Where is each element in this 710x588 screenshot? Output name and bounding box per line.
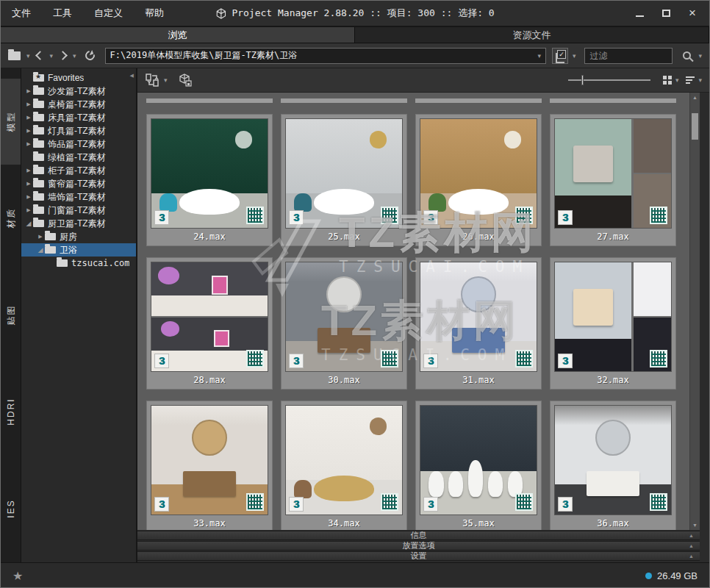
tree-collapsed-arrow-icon[interactable]: ▶ (24, 168, 33, 173)
path-dropdown-caret[interactable]: ▾ (533, 52, 545, 60)
tree-collapsed-arrow-icon[interactable]: ▶ (24, 207, 33, 213)
refresh-icon[interactable] (83, 49, 96, 62)
subfolders-dropdown-caret[interactable]: ▾ (571, 52, 578, 60)
favorite-star-icon[interactable]: ★ (12, 569, 23, 583)
asset-card[interactable]: 333.max (146, 401, 273, 530)
filter-field[interactable] (584, 48, 673, 64)
rollup-collapse-icon[interactable]: ▲ (689, 533, 694, 538)
asset-card[interactable]: 326.max (415, 114, 542, 246)
asset-card[interactable]: 328.max (146, 257, 273, 390)
rollup-bar-放置选项[interactable]: 放置选项▲ (137, 541, 700, 551)
tree-item[interactable]: ◢卫浴 (21, 243, 136, 257)
menu-item[interactable]: 自定义 (83, 1, 134, 26)
thumb-art (634, 119, 671, 173)
tree-collapsed-arrow-icon[interactable]: ▶ (24, 101, 33, 107)
path-input[interactable] (106, 51, 534, 61)
sort-dropdown-caret[interactable]: ▾ (697, 76, 703, 84)
tree-collapsed-arrow-icon[interactable]: ▶ (24, 115, 33, 121)
asset-card[interactable]: 330.max (281, 257, 407, 390)
asset-card[interactable]: 334.max (281, 401, 407, 530)
asset-card[interactable]: 325.max (281, 114, 407, 246)
tree-item[interactable]: ▶窗帘篇-TZ素材 (21, 177, 136, 190)
tree-collapsed-arrow-icon[interactable]: ▶ (24, 88, 33, 94)
menu-item[interactable]: 帮助 (134, 1, 175, 26)
close-button[interactable]: × (687, 8, 698, 18)
tree-item[interactable]: ▶灯具篇-TZ素材 (21, 124, 136, 137)
forward-dropdown-caret[interactable]: ▾ (71, 52, 78, 60)
rollup-collapse-icon[interactable]: ▲ (689, 543, 694, 548)
tree-item-label: 桌椅篇-TZ素材 (48, 98, 106, 111)
thumbnail-size-slider[interactable] (568, 75, 650, 85)
tree-item[interactable]: ▶沙发篇-TZ素材 (21, 85, 136, 98)
tree-item[interactable]: tzsucai.com (21, 257, 136, 270)
asset-card[interactable]: 327.max (550, 114, 676, 246)
asset-card[interactable]: 332.max (550, 257, 676, 390)
filter-input[interactable] (585, 49, 672, 63)
search-dropdown-caret[interactable]: ▾ (697, 52, 703, 60)
side-tab-HDRI[interactable]: HDRI (1, 369, 21, 455)
tree-item[interactable]: ▶床具篇-TZ素材 (21, 111, 136, 124)
tab-资源文件[interactable]: 资源文件 (355, 27, 709, 43)
tree-collapsed-arrow-icon[interactable]: ▶ (24, 194, 33, 200)
asset-thumbnail: 3 (151, 262, 268, 372)
tree-item-label: 饰品篇-TZ素材 (48, 138, 106, 151)
asset-card[interactable]: 336.max (550, 401, 676, 530)
rollup-bar-设置[interactable]: 设置▲ (137, 551, 700, 561)
vertical-scrollbar[interactable]: ▲ ▼ (689, 93, 700, 530)
tree-item[interactable]: ▶厨房 (21, 230, 136, 243)
asset-card[interactable]: 324.max (146, 114, 273, 246)
tree-item[interactable]: ★Favorites (21, 71, 136, 85)
tree-item[interactable]: ▶门窗篇-TZ素材 (21, 204, 136, 217)
minimize-button[interactable] (634, 8, 645, 18)
tree-item[interactable]: 绿植篇-TZ素材 (21, 151, 136, 164)
tree-collapsed-arrow-icon[interactable]: ▶ (24, 181, 33, 187)
tree-collapsed-arrow-icon[interactable]: ▶ (24, 128, 33, 134)
search-icon[interactable] (683, 51, 691, 60)
show-subfolders-icon[interactable]: ✓ (552, 48, 568, 64)
view-toolbar: ▾ ▾ ▾ (137, 68, 709, 93)
asset-card[interactable]: 335.max (415, 401, 542, 530)
tree-expanded-arrow-icon[interactable]: ◢ (36, 246, 45, 254)
menu-item[interactable]: 工具 (42, 1, 83, 26)
forward-icon[interactable] (58, 51, 68, 60)
tree-item-label: 柜子篇-TZ素材 (48, 165, 106, 177)
tab-浏览[interactable]: 浏览 (1, 27, 355, 43)
tree-collapsed-arrow-icon[interactable]: ▶ (24, 141, 33, 147)
category-tab-strip: 模型材质贴图HDRIIES (1, 68, 21, 562)
back-dropdown-caret[interactable]: ▾ (49, 52, 55, 60)
maximize-button[interactable] (661, 8, 671, 18)
relink-dropdown-caret[interactable]: ▾ (162, 76, 169, 84)
side-tab-模型[interactable]: 模型 (1, 79, 21, 165)
scrollbar-thumb[interactable] (692, 113, 698, 140)
scroll-up-icon[interactable]: ▲ (690, 95, 700, 100)
scroll-down-icon[interactable]: ▼ (690, 523, 700, 528)
side-tab-材质[interactable]: 材质 (1, 176, 21, 262)
side-tab-贴图[interactable]: 贴图 (1, 272, 21, 358)
grid-view-icon[interactable] (663, 76, 672, 85)
side-tab-IES[interactable]: IES (1, 465, 21, 551)
rollup-bar-信息[interactable]: 信息▲ (137, 531, 700, 540)
tree-item[interactable]: ◢厨卫篇-TZ素材 (21, 217, 136, 230)
tree-item[interactable]: ▶桌椅篇-TZ素材 (21, 98, 136, 111)
tree-item[interactable]: ▶柜子篇-TZ素材 (21, 164, 136, 177)
asset-card[interactable]: 331.max (415, 257, 542, 390)
rollup-collapse-icon[interactable]: ▲ (689, 553, 694, 559)
tree-collapse-icon[interactable]: ◀ (130, 73, 134, 79)
export-model-icon[interactable] (178, 73, 193, 87)
main-area: 模型材质贴图HDRIIES ◀ ★Favorites▶沙发篇-TZ素材▶桌椅篇-… (1, 68, 709, 562)
tree-collapsed-arrow-icon[interactable]: ▶ (36, 234, 45, 240)
tree-item[interactable]: ▶墙饰篇-TZ素材 (21, 190, 136, 204)
sort-icon[interactable] (686, 76, 695, 84)
back-icon[interactable] (35, 51, 45, 60)
folder-dropdown-caret[interactable]: ▾ (25, 52, 32, 60)
asset-thumbnail: 3 (151, 405, 268, 515)
tree-item[interactable]: ▶饰品篇-TZ素材 (21, 137, 136, 151)
max-file-badge-icon: 3 (423, 210, 438, 225)
menu-item[interactable]: 文件 (1, 1, 42, 26)
view-dropdown-caret[interactable]: ▾ (674, 76, 681, 84)
thumb-art (183, 471, 237, 496)
folder-icon[interactable] (8, 51, 21, 60)
tree-expanded-arrow-icon[interactable]: ◢ (24, 220, 33, 227)
relink-models-icon[interactable] (146, 74, 160, 87)
path-combobox[interactable]: ▾ (105, 48, 546, 64)
